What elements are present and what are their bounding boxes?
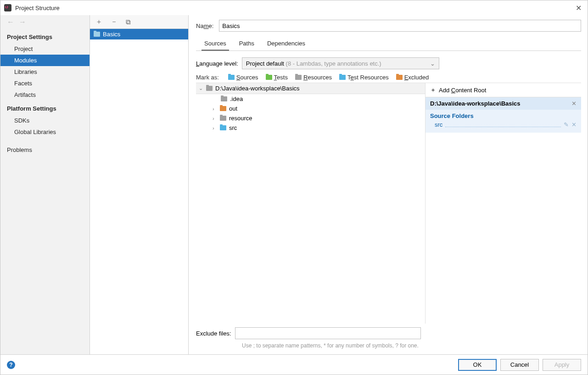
plus-icon: ＋ bbox=[430, 86, 436, 94]
help-icon[interactable]: ? bbox=[7, 361, 15, 369]
tree-item-label: resource bbox=[229, 115, 252, 122]
source-folder-item[interactable]: src ✎ ✕ bbox=[430, 121, 577, 128]
tree-item-label: .idea bbox=[230, 95, 243, 102]
module-item-label: Basics bbox=[103, 31, 120, 38]
close-icon[interactable]: ✕ bbox=[573, 4, 584, 12]
language-level-hint: (8 - Lambdas, type annotations etc.) bbox=[286, 60, 381, 67]
module-column: ＋ － ⧉ Basics bbox=[90, 15, 189, 354]
tree-item-resource[interactable]: › resource bbox=[196, 113, 425, 123]
source-folders-heading: Source Folders bbox=[430, 112, 577, 119]
window-title: Project Structure bbox=[15, 5, 573, 11]
chevron-down-icon: ⌄ bbox=[430, 60, 435, 67]
remove-icon[interactable]: ✕ bbox=[571, 121, 577, 128]
remove-root-icon[interactable]: ✕ bbox=[571, 100, 577, 107]
collapse-icon[interactable]: ⌄ bbox=[199, 85, 203, 91]
expand-icon[interactable]: › bbox=[213, 116, 217, 121]
language-level-row: Language level: Project default (8 - Lam… bbox=[196, 57, 581, 69]
sidebar-item-artifacts[interactable]: Artifacts bbox=[0, 89, 90, 101]
language-level-label: Language level: bbox=[196, 60, 238, 67]
exclude-hint: Use ; to separate name patterns, * for a… bbox=[242, 342, 435, 350]
content-root-label: D:\Java\idea-worksplace\Basics bbox=[430, 100, 521, 107]
mark-sources[interactable]: Sources bbox=[228, 74, 258, 81]
right-pane: ＋ Add Content Root D:\Java\idea-workspla… bbox=[425, 83, 581, 324]
mark-excluded[interactable]: Excluded bbox=[396, 74, 429, 81]
folder-teal-icon bbox=[339, 75, 346, 80]
body: ← → Project Settings Project Modules Lib… bbox=[0, 15, 588, 354]
content-row: ⌄ D:\Java\idea-worksplace\Basics .idea ›… bbox=[196, 83, 581, 324]
sidebar-item-project[interactable]: Project bbox=[0, 43, 90, 55]
module-folder-icon bbox=[94, 32, 100, 37]
add-content-root-button[interactable]: ＋ Add Content Root bbox=[426, 83, 581, 97]
name-label: Name: bbox=[196, 22, 213, 29]
folder-icon bbox=[221, 96, 227, 101]
ok-button[interactable]: OK bbox=[458, 359, 497, 371]
intellij-icon bbox=[4, 4, 11, 11]
sidebar-item-modules[interactable]: Modules bbox=[0, 55, 90, 66]
content-root-path[interactable]: D:\Java\idea-worksplace\Basics ✕ bbox=[426, 97, 581, 110]
language-level-value: Project default bbox=[246, 60, 284, 67]
sidebar-item-problems[interactable]: Problems bbox=[0, 144, 90, 156]
remove-icon[interactable]: － bbox=[111, 17, 118, 26]
heading-project-settings: Project Settings bbox=[0, 29, 90, 43]
module-tabs: Sources Paths Dependencies bbox=[196, 38, 581, 51]
sidebar-item-sdks[interactable]: SDKs bbox=[0, 115, 90, 126]
module-item-basics[interactable]: Basics bbox=[90, 29, 188, 39]
nav-arrows: ← → bbox=[0, 15, 90, 29]
sidebar-item-libraries[interactable]: Libraries bbox=[0, 66, 90, 78]
tree-item-idea[interactable]: .idea bbox=[196, 94, 425, 104]
cancel-button[interactable]: Cancel bbox=[500, 359, 539, 371]
source-folders-block: Source Folders src ✎ ✕ bbox=[426, 110, 581, 133]
exclude-input[interactable] bbox=[235, 327, 421, 339]
folder-green-icon bbox=[266, 75, 272, 80]
folder-blue-icon bbox=[228, 75, 235, 80]
exclude-row: Exclude files: bbox=[196, 327, 581, 339]
tree-item-out[interactable]: › out bbox=[196, 104, 425, 113]
forward-icon[interactable]: → bbox=[19, 18, 26, 26]
back-icon[interactable]: ← bbox=[7, 18, 14, 26]
tree-root[interactable]: ⌄ D:\Java\idea-worksplace\Basics bbox=[196, 83, 425, 94]
folder-icon bbox=[206, 86, 213, 91]
mark-tests[interactable]: Tests bbox=[266, 74, 288, 81]
dots bbox=[445, 123, 561, 127]
tree-item-src[interactable]: › src bbox=[196, 123, 425, 133]
module-list: Basics bbox=[90, 29, 188, 354]
footer: ? OK Cancel Apply bbox=[0, 354, 588, 375]
tab-paths[interactable]: Paths bbox=[239, 38, 254, 50]
sidebar: ← → Project Settings Project Modules Lib… bbox=[0, 15, 90, 354]
apply-button[interactable]: Apply bbox=[543, 359, 581, 371]
folder-orange-icon bbox=[396, 75, 403, 80]
heading-platform-settings: Platform Settings bbox=[0, 101, 90, 115]
tab-sources[interactable]: Sources bbox=[204, 38, 226, 50]
tree-item-label: out bbox=[229, 105, 237, 112]
tab-dependencies[interactable]: Dependencies bbox=[267, 38, 305, 50]
mark-test-resources[interactable]: Test Resources bbox=[339, 74, 389, 81]
exclude-label: Exclude files: bbox=[196, 330, 231, 337]
mark-resources[interactable]: Resources bbox=[295, 74, 332, 81]
mark-as-row: Mark as: Sources Tests Resources Test Re… bbox=[196, 74, 581, 81]
sidebar-item-global-libraries[interactable]: Global Libraries bbox=[0, 126, 90, 138]
folder-icon bbox=[220, 116, 226, 121]
tree-item-label: src bbox=[229, 124, 237, 131]
main-column: Name: Sources Paths Dependencies Languag… bbox=[189, 15, 588, 354]
name-row: Name: bbox=[196, 20, 581, 32]
folder-icon bbox=[220, 106, 226, 111]
source-folder-label: src bbox=[435, 121, 442, 128]
tree-root-label: D:\Java\idea-worksplace\Basics bbox=[215, 85, 300, 92]
titlebar: Project Structure ✕ bbox=[0, 0, 588, 15]
copy-icon[interactable]: ⧉ bbox=[126, 18, 131, 26]
name-input[interactable] bbox=[219, 20, 581, 32]
mark-as-label: Mark as: bbox=[196, 74, 219, 81]
tree-pane: ⌄ D:\Java\idea-worksplace\Basics .idea ›… bbox=[196, 83, 425, 324]
expand-icon[interactable]: › bbox=[213, 106, 217, 112]
language-level-select[interactable]: Project default (8 - Lambdas, type annot… bbox=[242, 57, 439, 69]
folder-icon bbox=[220, 125, 226, 130]
edit-icon[interactable]: ✎ bbox=[564, 121, 569, 128]
folder-grey-icon bbox=[295, 75, 302, 80]
expand-icon[interactable]: › bbox=[213, 125, 217, 131]
module-toolbar: ＋ － ⧉ bbox=[90, 15, 188, 29]
add-icon[interactable]: ＋ bbox=[95, 17, 102, 26]
sidebar-item-facets[interactable]: Facets bbox=[0, 78, 90, 89]
